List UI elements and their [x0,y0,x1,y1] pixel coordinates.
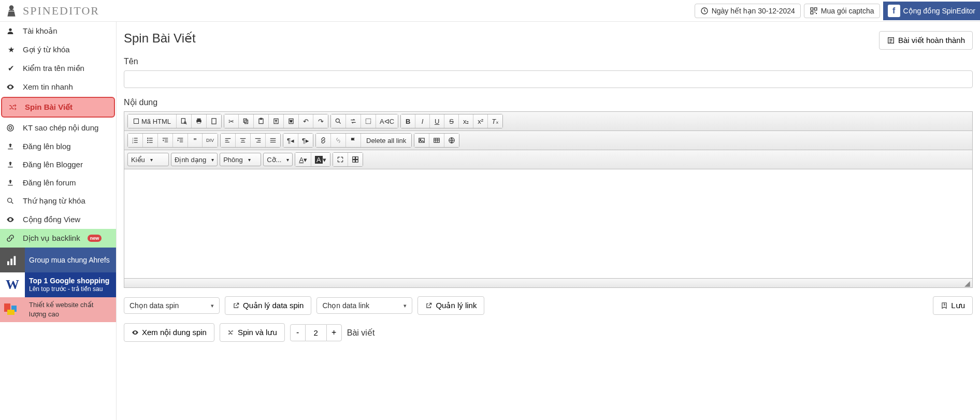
text-color-icon: A▾ [299,156,307,164]
paste-button[interactable] [254,114,269,128]
preview-button[interactable] [177,114,192,128]
replace-button[interactable] [346,114,361,128]
numbered-list-button[interactable]: 123 [128,134,143,147]
expiry-button[interactable]: Ngày hết hạn 30-12-2024 [695,4,801,18]
size-select[interactable]: Cỡ... [263,153,293,166]
sidebar-item-post-blog[interactable]: Đăng lên blog [0,137,116,155]
name-input[interactable] [124,70,973,88]
link-button[interactable] [316,134,331,147]
promo-website-design[interactable]: Thiết kế website chất lượng cao [0,297,116,322]
align-justify-button[interactable] [266,134,280,147]
sidebar-item-backlink[interactable]: Dịch vụ backlink new [0,229,116,248]
sidebar-item-label: Đăng lên Blogger [23,160,83,169]
spin-save-button[interactable]: Spin và lưu [220,323,285,342]
blockquote-button[interactable]: " [188,134,203,147]
div-button[interactable]: DIV [203,134,218,147]
paste-text-button[interactable]: T [269,114,284,128]
redo-button[interactable]: ↷ [313,114,328,128]
strike-button[interactable]: S [444,114,459,128]
superscript-button[interactable]: x² [473,114,488,128]
table-button[interactable] [429,134,444,147]
unlink-button[interactable] [331,134,346,147]
manage-spin-button[interactable]: Quản lý data spin [225,296,311,315]
paste-word-button[interactable]: W [284,114,299,128]
bullet-list-button[interactable] [143,134,158,147]
show-blocks-button[interactable] [348,153,363,166]
buy-captcha-button[interactable]: Mua gói captcha [804,4,880,18]
sidebar-item-keyword-suggest[interactable]: ★ Gợi ý từ khóa [0,40,116,59]
editor-resize-handle[interactable]: ◢ [124,278,972,287]
cut-button[interactable]: ✂ [224,114,239,128]
svg-rect-11 [10,259,12,266]
template-button[interactable] [207,114,221,128]
image-button[interactable] [414,134,429,147]
save-button[interactable]: Lưu [933,296,973,315]
indent-button[interactable] [173,134,188,147]
svg-text:W: W [290,120,293,123]
sidebar-item-label: Gợi ý từ khóa [23,45,70,54]
text-color-button[interactable]: A▾ [295,153,311,166]
rtl-button[interactable]: ¶▸ [298,134,313,147]
font-select[interactable]: Phông [220,153,261,166]
anchor-button[interactable] [346,134,361,147]
sidebar-item-domain-check[interactable]: ✔ Kiểm tra tên miền [0,59,116,78]
ul-icon [147,137,154,144]
align-center-button[interactable] [236,134,251,147]
sidebar-item-community-view[interactable]: Cộng đồng View [0,210,116,229]
editor-content-area[interactable] [124,169,972,278]
bg-color-button[interactable]: A▾ [311,153,330,166]
spellcheck-button[interactable]: AᐊC [376,114,398,128]
new-badge: new [88,235,102,242]
increment-button[interactable]: + [326,324,342,341]
external-icon [233,302,240,309]
decrement-button[interactable]: - [290,324,306,341]
sidebar-item-quick-news[interactable]: Xem tin nhanh [0,78,116,96]
outdent-button[interactable] [158,134,173,147]
data-spin-select[interactable]: Chọn data spin [124,297,220,314]
print-button[interactable] [192,114,207,128]
data-link-select[interactable]: Chọn data link [316,297,412,314]
bold-button[interactable]: B [401,114,415,128]
list-icon [887,36,895,45]
sidebar-item-post-blogger[interactable]: Đăng lên Blogger [0,155,116,173]
italic-button[interactable]: I [415,114,430,128]
sidebar-item-spin-post[interactable]: Spin Bài Viết [1,97,115,118]
promo-ahrefs[interactable]: Group mua chung Ahrefs [0,248,116,272]
select-all-button[interactable] [361,114,376,128]
underline-icon: U [435,118,439,125]
count-input[interactable] [306,324,326,341]
redo-icon: ↷ [318,118,324,125]
ltr-button[interactable]: ¶◂ [283,134,298,147]
sidebar-item-account[interactable]: Tài khoản [0,22,116,40]
globe-icon [448,137,455,144]
style-select[interactable]: Kiểu [127,153,169,166]
view-spin-button[interactable]: Xem nội dung spin [124,323,214,342]
completed-posts-button[interactable]: Bài viết hoàn thành [879,31,973,50]
promo-google-shopping[interactable]: W Top 1 Google shopping Lên top trước - … [0,272,116,297]
sidebar-item-post-forum[interactable]: Đăng lên forum [0,173,116,192]
find-button[interactable] [331,114,346,128]
copy-button[interactable] [239,114,254,128]
search-doc-icon [180,118,188,125]
align-right-button[interactable] [251,134,266,147]
svg-text:T: T [275,120,277,123]
manage-link-button[interactable]: Quản lý link [417,296,484,315]
sidebar-item-keyword-rank[interactable]: Thứ hạng từ khóa [0,192,116,210]
underline-button[interactable]: U [430,114,444,128]
align-left-icon [224,137,232,144]
iframe-button[interactable] [444,134,459,147]
community-button[interactable]: f Cộng đồng SpinEditor [883,2,980,20]
sidebar-item-copy-check[interactable]: KT sao chép nội dung [0,119,116,137]
sidebar-item-label: Thứ hạng từ khóa [23,196,85,206]
undo-button[interactable]: ↶ [299,114,313,128]
format-select[interactable]: Định dạng [171,153,218,166]
w-icon: W [0,272,25,297]
copy-icon [242,118,250,125]
source-button[interactable]: Mã HTML [128,114,177,128]
maximize-button[interactable] [333,153,348,166]
remove-format-button[interactable]: Tₓ [488,114,502,128]
subscript-button[interactable]: x₂ [459,114,473,128]
align-left-button[interactable] [221,134,236,147]
delete-all-link-button[interactable]: Delete all link [361,134,411,147]
maximize-icon [337,156,344,163]
